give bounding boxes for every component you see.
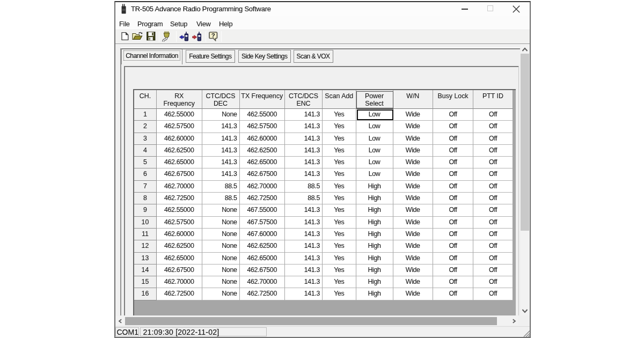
- svg-text:?: ?: [211, 32, 215, 39]
